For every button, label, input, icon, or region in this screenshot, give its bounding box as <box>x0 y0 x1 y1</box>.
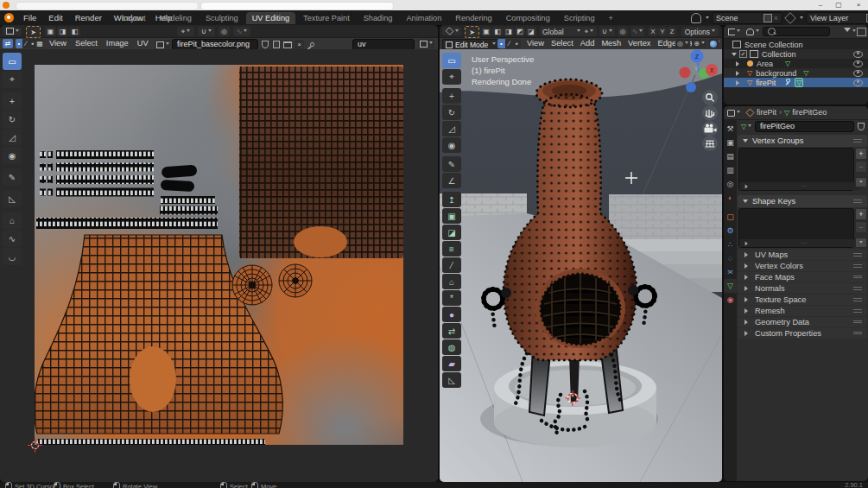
panel-grip[interactable] <box>853 287 862 291</box>
add-shape-key-button[interactable]: + <box>855 208 867 220</box>
new-collection-icon[interactable] <box>857 28 866 36</box>
pivot-point-dropdown[interactable]: ⌖ <box>177 27 194 36</box>
outliner-row-area[interactable]: Area ▽ <box>724 59 868 68</box>
tab-tool[interactable]: ⚒ <box>724 122 737 136</box>
mirror-z-toggle[interactable]: Z <box>668 27 676 36</box>
image-display-dropdown[interactable] <box>418 39 434 48</box>
scene-icon[interactable] <box>691 13 701 23</box>
panel-grip[interactable] <box>853 139 862 143</box>
workspace-tab-compositing[interactable]: Compositing <box>500 12 556 24</box>
outliner-display-mode-dropdown[interactable] <box>744 27 760 36</box>
uv-tool-cursor[interactable]: ⌖ <box>3 71 22 88</box>
remove-shape-key-button[interactable]: − <box>855 221 867 233</box>
v3d-editor-type-icon[interactable] <box>442 27 461 35</box>
panel-header-vertex-groups[interactable]: Vertex Groups <box>738 135 867 147</box>
uv-select-mode-edge[interactable]: ∕ <box>22 39 29 48</box>
tool-inset-faces[interactable]: ▣ <box>442 208 461 224</box>
tool-move[interactable]: + <box>442 88 461 104</box>
uv-menu-uv[interactable]: UV <box>133 38 153 49</box>
tool-measure[interactable]: ∠ <box>442 173 461 188</box>
close-button[interactable]: × <box>852 0 865 10</box>
mirror-y-toggle[interactable]: Y <box>658 27 667 36</box>
workspace-tab-animation[interactable]: Animation <box>400 12 447 24</box>
uv-tool-option-icon[interactable]: ◧ <box>69 27 80 36</box>
blender-logo-icon[interactable] <box>4 13 14 22</box>
panel-header-vertex-colors[interactable]: Vertex Colors <box>738 261 867 271</box>
outliner-search-input[interactable] <box>763 27 830 36</box>
outliner-row-collection[interactable]: ✓ Collection <box>724 49 868 59</box>
view-layer-selector[interactable]: View Layer × <box>806 12 868 24</box>
uv-tool-annotate[interactable]: ✎ <box>3 168 22 186</box>
tab-modifiers[interactable]: ⚙ <box>724 224 737 238</box>
uv-select-mode-island[interactable]: ▦ <box>36 39 43 48</box>
tool-shear[interactable]: ▰ <box>442 356 461 371</box>
list-filter-expand-icon[interactable] <box>745 241 751 245</box>
uv-tool-rip-region[interactable]: ◺ <box>3 190 22 207</box>
panel-grip[interactable] <box>853 264 862 269</box>
v3d-tool-option-icon[interactable]: ◧ <box>492 27 503 36</box>
view-layer-icon[interactable] <box>784 12 796 24</box>
v3d-tool-option-icon[interactable]: ◨ <box>504 27 514 36</box>
tool-knife[interactable]: ⁄ <box>442 257 461 273</box>
uv-menu-view[interactable]: View <box>45 38 71 49</box>
tool-transform[interactable]: ◉ <box>442 137 461 153</box>
uv-select-mode-vertex[interactable]: • <box>16 39 22 48</box>
panel-grip[interactable] <box>853 200 862 204</box>
v3d-tool-option-icon[interactable]: ▣ <box>481 27 491 36</box>
tab-world[interactable]: ◐ <box>724 191 737 205</box>
panel-header-custom-properties[interactable]: Custom Properties <box>738 328 867 339</box>
workspace-tab-rendering[interactable]: Rendering <box>449 12 497 24</box>
workspace-tab-uv-editing[interactable]: UV Editing <box>246 12 295 24</box>
shape-keys-list[interactable]: ⋯ <box>738 208 854 248</box>
browse-mesh-data-icon[interactable]: ▽ <box>739 122 753 131</box>
maximize-button[interactable]: ▢ <box>832 0 846 10</box>
v3d-canvas[interactable]: Y X Z <box>440 49 722 482</box>
tab-output[interactable]: ▤ <box>724 149 737 163</box>
panel-header-texture-space[interactable]: Texture Space <box>738 295 867 305</box>
shape-key-specials-dropdown[interactable] <box>855 238 867 248</box>
panel-header-geometry-data[interactable]: Geometry Data <box>738 317 867 327</box>
snapping-dropdown[interactable]: ∪ <box>198 27 215 36</box>
remove-vertex-group-button[interactable]: − <box>855 161 867 173</box>
breadcrumb-object[interactable]: firePit <box>757 108 776 117</box>
workspace-tab-layout[interactable]: Layout <box>116 12 152 24</box>
panel-header-normals[interactable]: Normals <box>738 283 867 294</box>
tool-scale[interactable]: ◿ <box>442 121 461 136</box>
new-scene-icon[interactable] <box>763 14 772 22</box>
v3d-tool-option-icon[interactable]: ◩ <box>515 27 525 36</box>
select-mode-vertex[interactable]: • <box>497 39 505 48</box>
exclude-checkbox[interactable]: ✓ <box>739 50 747 58</box>
gizmos-dropdown[interactable]: ⊕ <box>692 39 706 48</box>
mirror-x-toggle[interactable]: X <box>649 27 657 36</box>
tab-constraints[interactable]: ≍ <box>724 265 737 279</box>
options-dropdown[interactable]: Options <box>681 27 719 36</box>
hide-eye-icon[interactable] <box>853 60 863 67</box>
v3d-active-tool-icon[interactable]: ➤ <box>465 26 479 38</box>
browse-image-icon[interactable] <box>155 40 170 49</box>
uv-canvas[interactable]: ▭ ⌖ + ↻ ◿ ◉ ✎ ◺ ⌂ ∿ ◡ <box>0 49 438 482</box>
scene-selector[interactable]: Scene × <box>712 12 782 24</box>
tab-object[interactable]: ▢ <box>724 210 737 224</box>
open-image-folder-icon[interactable] <box>282 40 293 49</box>
select-mode-edge[interactable]: ∕ <box>505 39 513 48</box>
v3d-menu-view[interactable]: View <box>523 38 548 49</box>
hide-eye-icon[interactable] <box>853 79 863 86</box>
tab-scene[interactable]: ◎ <box>724 177 737 191</box>
list-filter-expand-icon[interactable] <box>745 184 751 188</box>
new-image-icon[interactable] <box>271 40 281 49</box>
tool-rotate[interactable]: ↻ <box>442 105 461 120</box>
panel-header-face-maps[interactable]: Face Maps <box>738 272 867 282</box>
workspace-tab-sculpting[interactable]: Sculpting <box>200 12 244 24</box>
tool-loop-cut[interactable]: ≡ <box>442 241 461 257</box>
tab-object-data-active[interactable]: ▽ <box>724 279 737 293</box>
tool-rip-region[interactable]: ◺ <box>442 372 461 388</box>
workspace-tab-shading[interactable]: Shading <box>358 12 399 24</box>
tool-edge-slide[interactable]: ⇄ <box>442 323 461 339</box>
select-mode-face[interactable]: ▪ <box>513 39 521 48</box>
v3d-menu-select[interactable]: Select <box>548 38 577 49</box>
vertex-groups-list[interactable]: ⋯ <box>738 148 854 191</box>
panel-grip[interactable] <box>853 332 862 336</box>
expand-arrow-icon[interactable] <box>736 61 742 67</box>
v3d-tool-option-icon[interactable]: ◪ <box>526 27 536 36</box>
tool-extrude-region[interactable]: ↥ <box>442 192 461 207</box>
